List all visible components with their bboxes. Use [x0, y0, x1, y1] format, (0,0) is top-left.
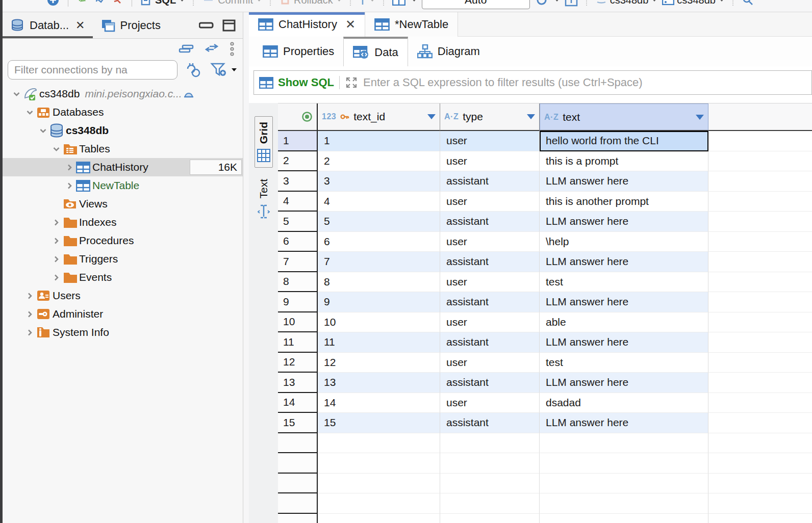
- row-number[interactable]: 8: [278, 272, 318, 293]
- row-number[interactable]: 7: [278, 252, 318, 272]
- cell-type[interactable]: user: [440, 151, 540, 172]
- cell-type[interactable]: assistant: [440, 373, 540, 393]
- row-number[interactable]: 11: [278, 332, 318, 353]
- row-number[interactable]: 5: [278, 212, 318, 232]
- sql-editor-button[interactable]: SQL: [140, 0, 185, 6]
- cell-text[interactable]: this is another prompt: [540, 192, 708, 212]
- maximize-icon[interactable]: [222, 19, 236, 32]
- cell-text[interactable]: LLM answer here: [540, 373, 708, 393]
- chevron-right-icon[interactable]: [63, 164, 76, 171]
- sidebar-item-administer[interactable]: Administer: [3, 305, 243, 323]
- cell-text[interactable]: LLM answer here: [540, 413, 708, 433]
- tab-data[interactable]: Data: [343, 37, 408, 66]
- refresh-icon[interactable]: [535, 0, 548, 7]
- cell-text[interactable]: LLM answer here: [540, 212, 708, 232]
- chevron-right-icon[interactable]: [49, 219, 63, 226]
- chevron-right-icon[interactable]: [23, 329, 36, 336]
- chevron-right-icon[interactable]: [49, 255, 63, 263]
- link-with-editor-icon[interactable]: [204, 43, 219, 55]
- tab-newtable[interactable]: *NewTable: [365, 12, 458, 37]
- chevron-right-icon[interactable]: [49, 274, 63, 281]
- cell-text-id[interactable]: 8: [318, 272, 440, 293]
- column-header-type[interactable]: A·Z type: [440, 103, 540, 131]
- chevron-right-icon[interactable]: [63, 182, 76, 190]
- transaction-log-button[interactable]: [359, 0, 375, 6]
- row-number[interactable]: 13: [278, 373, 318, 393]
- cell-text-id[interactable]: 12: [318, 353, 440, 373]
- sidebar-item-users[interactable]: Users: [3, 286, 243, 305]
- cell-text-id[interactable]: 5: [318, 212, 440, 232]
- row-number[interactable]: 3: [278, 171, 318, 192]
- chevron-down-icon[interactable]: [10, 90, 23, 98]
- auto-commit-select[interactable]: Auto: [422, 0, 530, 9]
- cell-text[interactable]: this is a prompt: [540, 151, 708, 172]
- cell-type[interactable]: assistant: [440, 332, 540, 353]
- column-dropdown-icon[interactable]: [696, 115, 704, 120]
- grid-corner-cell[interactable]: [278, 103, 318, 131]
- row-number[interactable]: 6: [278, 232, 318, 252]
- column-header-text[interactable]: A·Z text: [540, 103, 708, 131]
- cell-text[interactable]: test: [540, 272, 708, 293]
- cell-text[interactable]: LLM answer here: [540, 252, 708, 272]
- cell-type[interactable]: assistant: [440, 171, 540, 192]
- collapse-all-icon[interactable]: [179, 44, 194, 54]
- commit-button[interactable]: Commit: [202, 0, 262, 6]
- row-number[interactable]: 9: [278, 292, 318, 312]
- row-number[interactable]: 12: [278, 353, 318, 373]
- cell-type[interactable]: user: [440, 393, 540, 413]
- disconnect-icon[interactable]: [111, 0, 123, 6]
- chevron-right-icon[interactable]: [49, 237, 63, 245]
- cell-text-id[interactable]: 9: [318, 292, 440, 312]
- cell-type[interactable]: user: [440, 353, 540, 373]
- cell-text-id[interactable]: 4: [318, 192, 440, 212]
- cell-text[interactable]: able: [540, 312, 708, 333]
- cell-text-id[interactable]: 13: [318, 373, 440, 393]
- close-icon[interactable]: ✕: [75, 19, 85, 32]
- tab-diagram[interactable]: Diagram: [408, 37, 489, 66]
- cell-text-id[interactable]: 3: [318, 171, 440, 192]
- tab-projects[interactable]: Projects: [93, 12, 168, 38]
- fetch-grid-icon[interactable]: [392, 0, 405, 6]
- reconnect-icon[interactable]: [94, 0, 106, 6]
- sidebar-item-indexes[interactable]: Indexes: [3, 213, 243, 231]
- cell-type[interactable]: assistant: [440, 212, 540, 232]
- chevron-down-icon[interactable]: [49, 145, 63, 153]
- row-number[interactable]: 2: [278, 151, 318, 172]
- cell-type[interactable]: user: [440, 232, 540, 252]
- search-icon[interactable]: [742, 0, 754, 6]
- cell-text-id[interactable]: 15: [318, 413, 440, 433]
- chevron-right-icon[interactable]: [23, 310, 36, 318]
- sidebar-item-database-cs348db[interactable]: cs348db: [3, 121, 243, 140]
- overflow-menu-icon[interactable]: [230, 42, 235, 56]
- cell-type[interactable]: user: [440, 272, 540, 293]
- tab-properties[interactable]: Properties: [253, 37, 343, 66]
- column-dropdown-icon[interactable]: [527, 114, 535, 119]
- connection-filter-input[interactable]: [8, 60, 177, 80]
- cell-text-id[interactable]: 2: [318, 151, 440, 172]
- cell-type[interactable]: user: [440, 312, 540, 333]
- sidebar-item-newtable[interactable]: NewTable: [3, 176, 243, 195]
- sidebar-item-chathistory[interactable]: ChatHistory 16K: [3, 158, 243, 176]
- cell-text-selected[interactable]: hello world from the CLI: [540, 131, 708, 151]
- export-icon[interactable]: [565, 0, 578, 7]
- column-header-text-id[interactable]: 123 text_id: [318, 103, 440, 131]
- row-number[interactable]: 15: [278, 413, 318, 433]
- cell-text[interactable]: LLM answer here: [540, 292, 708, 312]
- active-database-select[interactable]: cs348db: [662, 0, 724, 6]
- tab-grid-view[interactable]: Grid: [255, 116, 273, 168]
- sidebar-item-databases[interactable]: Databases: [3, 103, 243, 121]
- chevron-right-icon[interactable]: [23, 292, 36, 300]
- rollback-button[interactable]: Rollback: [279, 0, 342, 6]
- show-sql-button[interactable]: Show SQL: [259, 76, 334, 89]
- chevron-down-icon[interactable]: [23, 109, 36, 116]
- cell-text[interactable]: dsadad: [540, 393, 708, 413]
- chevron-down-icon[interactable]: [36, 127, 49, 135]
- cell-text[interactable]: LLM answer here: [540, 171, 708, 192]
- sidebar-item-connection[interactable]: cs348db mini.peisongxiao.c...: [3, 85, 243, 103]
- cell-text[interactable]: \help: [540, 232, 708, 252]
- cell-text-id[interactable]: 6: [318, 232, 440, 252]
- cell-text[interactable]: LLM answer here: [540, 332, 708, 353]
- cell-type[interactable]: user: [440, 192, 540, 212]
- sidebar-item-events[interactable]: Events: [3, 268, 243, 286]
- sidebar-item-procedures[interactable]: Procedures: [3, 231, 243, 250]
